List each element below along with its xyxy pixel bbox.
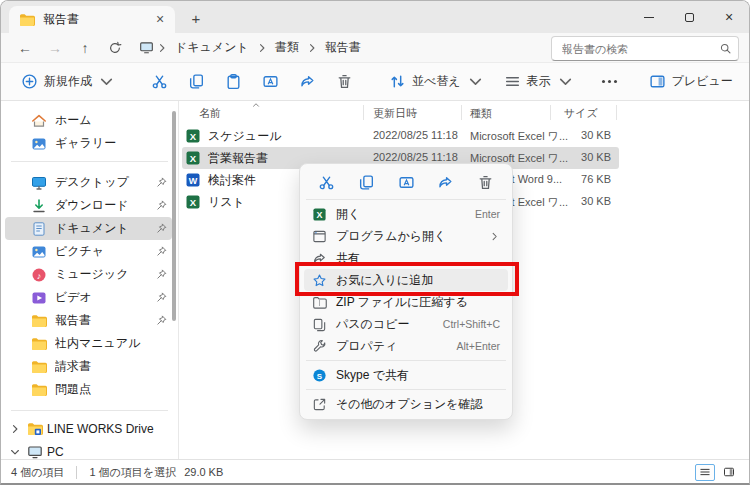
paste-button[interactable] bbox=[217, 68, 250, 95]
up-button[interactable]: ↑ bbox=[71, 36, 99, 60]
back-button[interactable]: ← bbox=[11, 36, 39, 60]
column-separator[interactable] bbox=[550, 105, 551, 120]
menu-item-share-skype[interactable]: Skype で共有 bbox=[304, 364, 508, 386]
file-size: 30 KB bbox=[551, 129, 611, 141]
column-header-date[interactable]: 更新日時 bbox=[373, 106, 417, 121]
sidebar-item-seikyusho[interactable]: 請求書 bbox=[5, 355, 172, 378]
view-icon bbox=[504, 73, 521, 90]
pictures-icon bbox=[31, 244, 47, 260]
sidebar-scrollbar[interactable] bbox=[172, 111, 176, 321]
menu-item-properties[interactable]: プロパティ Alt+Enter bbox=[304, 335, 508, 357]
new-button[interactable]: 新規作成 bbox=[13, 68, 123, 95]
copy-button[interactable] bbox=[180, 68, 213, 95]
sidebar-item-houkokusho[interactable]: 報告書 bbox=[5, 309, 172, 332]
document-icon bbox=[31, 221, 47, 237]
sidebar-item-label: ホーム bbox=[55, 112, 168, 129]
sidebar-item-gallery[interactable]: ギャラリー bbox=[5, 132, 172, 155]
sidebar-item-documents[interactable]: ドキュメント bbox=[5, 217, 172, 240]
maximize-button[interactable] bbox=[669, 1, 709, 33]
forward-button[interactable]: → bbox=[41, 36, 69, 60]
sidebar-item-mondaiten[interactable]: 問題点 bbox=[5, 378, 172, 401]
share-button[interactable] bbox=[291, 68, 324, 95]
column-header-name[interactable]: 名前 bbox=[199, 106, 221, 121]
new-tab-button[interactable]: + bbox=[185, 9, 207, 29]
sort-icon bbox=[389, 73, 406, 90]
delete-icon[interactable] bbox=[477, 174, 494, 191]
sidebar-item-label: ダウンロード bbox=[55, 197, 147, 214]
pin-icon bbox=[155, 268, 168, 281]
sidebar-item-line-works-drive[interactable]: LINE WORKS Drive bbox=[5, 417, 172, 440]
column-separator[interactable] bbox=[461, 105, 462, 120]
sidebar-item-videos[interactable]: ビデオ bbox=[5, 286, 172, 309]
rename-button[interactable] bbox=[254, 68, 287, 95]
search-input[interactable] bbox=[560, 42, 719, 56]
sidebar-item-music[interactable]: ミュージック bbox=[5, 263, 172, 286]
sidebar-item-label: PC bbox=[47, 445, 168, 459]
breadcrumb-item-shorui[interactable]: 書類 bbox=[270, 37, 304, 58]
refresh-icon bbox=[108, 41, 122, 55]
sidebar-item-shanai-manual[interactable]: 社内マニュアル bbox=[5, 332, 172, 355]
view-toggle-group bbox=[695, 464, 739, 481]
sidebar-item-desktop[interactable]: デスクトップ bbox=[5, 171, 172, 194]
file-name: スケジュール bbox=[208, 128, 281, 145]
more-button[interactable] bbox=[586, 75, 633, 88]
menu-item-show-more-options[interactable]: その他のオプションを確認 bbox=[304, 393, 508, 415]
more-options-icon bbox=[312, 397, 327, 412]
file-name: 検討案件 bbox=[208, 172, 256, 189]
breadcrumb-item-current[interactable]: 報告書 bbox=[320, 37, 366, 58]
excel-file-icon bbox=[185, 150, 201, 166]
sort-button[interactable]: 並べ替え bbox=[381, 68, 492, 95]
sidebar-item-downloads[interactable]: ダウンロード bbox=[5, 194, 172, 217]
window-controls: × bbox=[629, 1, 749, 33]
navigation-pane: ホーム ギャラリー デスクトップ ダウンロード ドキュメント bbox=[1, 101, 179, 459]
sort-ascending-icon bbox=[251, 100, 261, 110]
minimize-button[interactable] bbox=[629, 1, 669, 33]
pin-icon bbox=[155, 176, 168, 189]
rename-icon bbox=[262, 73, 279, 90]
menu-item-copy-path[interactable]: パスのコピー Ctrl+Shift+C bbox=[304, 313, 508, 335]
zip-icon bbox=[312, 295, 327, 310]
cut-button[interactable] bbox=[143, 68, 176, 95]
column-separator[interactable] bbox=[616, 105, 617, 120]
file-list-header: 名前 更新日時 種類 サイズ bbox=[179, 101, 749, 125]
menu-separator bbox=[306, 360, 506, 361]
column-header-size[interactable]: サイズ bbox=[564, 106, 598, 121]
view-button[interactable]: 表示 bbox=[496, 68, 582, 95]
sidebar-item-label: 報告書 bbox=[55, 312, 147, 329]
search-box[interactable] bbox=[551, 36, 739, 61]
chevron-right-icon bbox=[306, 42, 318, 54]
file-row-schedule[interactable]: スケジュール 2022/08/25 11:18 Microsoft Excel … bbox=[179, 125, 749, 147]
sidebar-item-pictures[interactable]: ピクチャ bbox=[5, 240, 172, 263]
column-separator[interactable] bbox=[363, 105, 364, 120]
chevron-down-icon bbox=[98, 73, 115, 90]
new-plus-icon bbox=[21, 73, 38, 90]
details-view-button[interactable] bbox=[695, 464, 715, 481]
explorer-tab[interactable]: 報告書 × bbox=[9, 6, 175, 33]
sidebar-item-home[interactable]: ホーム bbox=[5, 109, 172, 132]
sidebar-item-label: ドキュメント bbox=[55, 220, 147, 237]
close-button[interactable]: × bbox=[709, 1, 749, 33]
tab-close-icon[interactable]: × bbox=[151, 11, 169, 29]
excel-file-icon bbox=[312, 207, 327, 222]
delete-button[interactable] bbox=[328, 68, 361, 95]
large-icons-view-button[interactable] bbox=[719, 464, 739, 481]
folder-icon bbox=[31, 313, 47, 329]
chevron-down-icon[interactable] bbox=[9, 446, 21, 458]
this-pc-icon[interactable] bbox=[139, 40, 154, 55]
pin-icon bbox=[155, 199, 168, 212]
chevron-right-icon[interactable] bbox=[9, 423, 21, 435]
menu-item-open-with[interactable]: プログラムから開く bbox=[304, 225, 508, 247]
rename-icon[interactable] bbox=[398, 174, 415, 191]
preview-button[interactable]: プレビュー bbox=[641, 68, 741, 95]
share-icon[interactable] bbox=[437, 174, 454, 191]
breadcrumb-item-documents[interactable]: ドキュメント bbox=[170, 37, 254, 58]
selection-size: 29.0 KB bbox=[184, 466, 223, 478]
file-size: 76 KB bbox=[551, 173, 611, 185]
copy-icon[interactable] bbox=[358, 174, 375, 191]
refresh-button[interactable] bbox=[101, 36, 129, 60]
context-menu-icon-row bbox=[304, 168, 508, 196]
menu-item-open[interactable]: 開く Enter bbox=[304, 203, 508, 225]
column-header-type[interactable]: 種類 bbox=[470, 106, 492, 121]
sidebar-item-pc[interactable]: PC bbox=[5, 440, 172, 463]
cut-icon[interactable] bbox=[318, 174, 335, 191]
